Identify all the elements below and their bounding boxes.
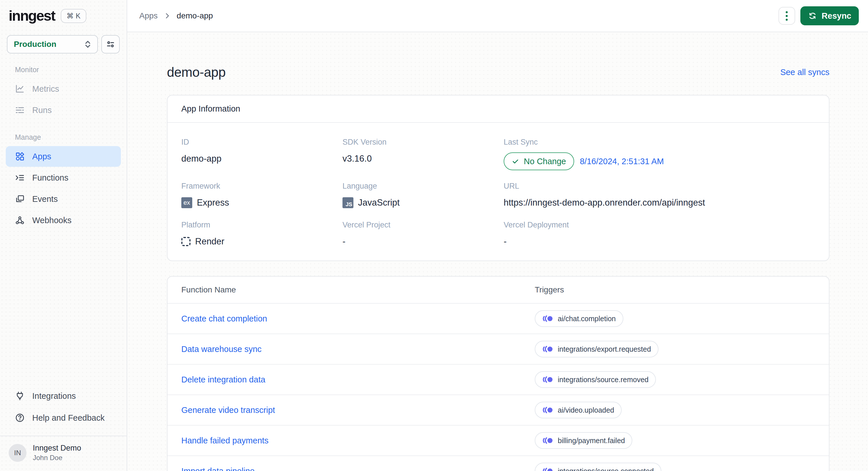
page-content: demo-app See all syncs App Information I… [127, 32, 868, 471]
table-row: Delete integration data integrations/sou… [167, 364, 829, 395]
environment-label: Production [14, 40, 56, 49]
topbar: Apps demo-app Resync [127, 0, 868, 32]
sync-icon [808, 11, 817, 21]
field-platform: Platform Render [181, 221, 342, 248]
apps-shapes-icon [15, 152, 25, 161]
event-trigger-icon [542, 315, 553, 322]
trigger-badge: integrations/source.connected [535, 463, 661, 471]
field-url: URL https://inngest-demo-app.onrender.co… [504, 182, 815, 209]
functions-table-header: Function Name Triggers [167, 277, 829, 303]
function-link[interactable]: Delete integration data [181, 375, 535, 384]
function-link[interactable]: Generate video transcript [181, 405, 535, 415]
chevron-up-down-icon [84, 39, 92, 49]
functions-icon [15, 173, 25, 182]
app-information-title: App Information [167, 96, 829, 123]
logo-row: inngest ⌘ K [0, 0, 127, 23]
app-window: inngest ⌘ K Production Monitor [0, 0, 868, 471]
event-trigger-icon [542, 467, 553, 471]
app-information-card: App Information ID demo-app SDK Version … [167, 95, 830, 261]
sidebar-item-integrations[interactable]: Integrations [6, 385, 121, 406]
field-framework: Framework ex Express [181, 182, 342, 209]
function-link[interactable]: Handle failed payments [181, 436, 535, 445]
sidebar-item-label: Metrics [32, 84, 59, 94]
table-row: Handle failed payments billing/payment.f… [167, 425, 829, 456]
table-row: Data warehouse sync integrations/export.… [167, 334, 829, 364]
sidebar-item-label: Functions [32, 173, 68, 182]
sidebar-item-label: Integrations [32, 391, 76, 401]
last-sync-timestamp-link[interactable]: 8/16/2024, 2:51:31 AM [580, 157, 664, 166]
table-row: Create chat completion ai/chat.completio… [167, 303, 829, 334]
sidebar-item-label: Runs [32, 105, 52, 115]
trigger-badge: ai/video.uploaded [535, 402, 622, 418]
sidebar-item-label: Webhooks [32, 216, 72, 225]
environment-settings-button[interactable] [101, 35, 120, 54]
question-circle-icon [15, 413, 25, 423]
field-language: Language JS JavaScript [342, 182, 504, 209]
breadcrumb: Apps demo-app [139, 11, 213, 21]
sidebar-item-help[interactable]: Help and Feedback [6, 407, 121, 428]
render-icon [181, 237, 190, 246]
field-last-sync: Last Sync No Change 8/16/2024, 2:51:31 A… [504, 138, 815, 170]
nav-section-monitor: Monitor [0, 62, 127, 78]
nav-section-manage: Manage [0, 129, 127, 145]
trigger-badge: integrations/export.requested [535, 341, 658, 358]
sidebar-item-metrics[interactable]: Metrics [6, 78, 121, 99]
user-org: Inngest Demo [33, 444, 81, 452]
webhooks-icon [15, 215, 25, 225]
avatar: IN [9, 444, 27, 462]
app-actions-menu-button[interactable] [778, 7, 795, 25]
sidebar-item-events[interactable]: Events [6, 189, 121, 209]
functions-table-card: Function Name Triggers Create chat compl… [167, 276, 830, 471]
main-area: Apps demo-app Resync [127, 0, 868, 471]
kebab-icon [786, 11, 788, 13]
see-all-syncs-link[interactable]: See all syncs [780, 68, 830, 77]
environment-selector[interactable]: Production [7, 35, 98, 54]
column-triggers: Triggers [535, 285, 815, 295]
function-link[interactable]: Import data pipeline [181, 466, 535, 471]
runs-list-icon [15, 105, 25, 115]
event-trigger-icon [542, 345, 553, 353]
plug-icon [15, 391, 25, 401]
function-link[interactable]: Data warehouse sync [181, 344, 535, 354]
resync-label: Resync [822, 11, 851, 21]
sidebar-item-apps[interactable]: Apps [6, 146, 121, 167]
javascript-icon: JS [342, 197, 353, 208]
user-name: John Doe [33, 454, 81, 462]
inngest-logo[interactable]: inngest [9, 9, 55, 23]
sidebar-item-label: Help and Feedback [32, 413, 105, 423]
sidebar-item-label: Apps [32, 152, 51, 161]
metrics-chart-icon [15, 84, 25, 94]
trigger-badge: integrations/source.removed [535, 371, 656, 388]
field-vercel-deployment: Vercel Deployment - [504, 221, 815, 248]
breadcrumb-apps-link[interactable]: Apps [139, 11, 158, 21]
trigger-badge: ai/chat.completion [535, 310, 623, 327]
event-trigger-icon [542, 376, 553, 383]
express-icon: ex [181, 197, 192, 208]
page-title: demo-app [167, 64, 226, 80]
sidebar-item-functions[interactable]: Functions [6, 167, 121, 188]
sidebar-nav: Monitor Metrics Runs Manage Apps [0, 62, 127, 231]
sliders-icon [105, 39, 115, 49]
sidebar-item-webhooks[interactable]: Webhooks [6, 210, 121, 231]
user-menu[interactable]: IN Inngest Demo John Doe [0, 436, 127, 471]
function-link[interactable]: Create chat completion [181, 314, 535, 324]
field-vercel-project: Vercel Project - [342, 221, 504, 248]
column-function-name: Function Name [181, 285, 535, 295]
check-icon [512, 158, 519, 165]
resync-button[interactable]: Resync [800, 6, 859, 25]
event-trigger-icon [542, 406, 553, 414]
table-row: Import data pipeline integrations/source… [167, 456, 829, 471]
sidebar-item-runs[interactable]: Runs [6, 100, 121, 121]
events-icon [15, 194, 25, 204]
chevron-right-icon [163, 12, 171, 20]
event-trigger-icon [542, 437, 553, 444]
command-k-shortcut-badge[interactable]: ⌘ K [61, 9, 86, 23]
no-change-status-badge: No Change [504, 153, 574, 170]
breadcrumb-current: demo-app [177, 11, 213, 21]
table-row: Generate video transcript ai/video.uploa… [167, 395, 829, 425]
trigger-badge: billing/payment.failed [535, 432, 632, 449]
sidebar: inngest ⌘ K Production Monitor [0, 0, 127, 471]
field-sdk-version: SDK Version v3.16.0 [342, 138, 504, 170]
field-id: ID demo-app [181, 138, 342, 170]
sidebar-item-label: Events [32, 194, 58, 204]
